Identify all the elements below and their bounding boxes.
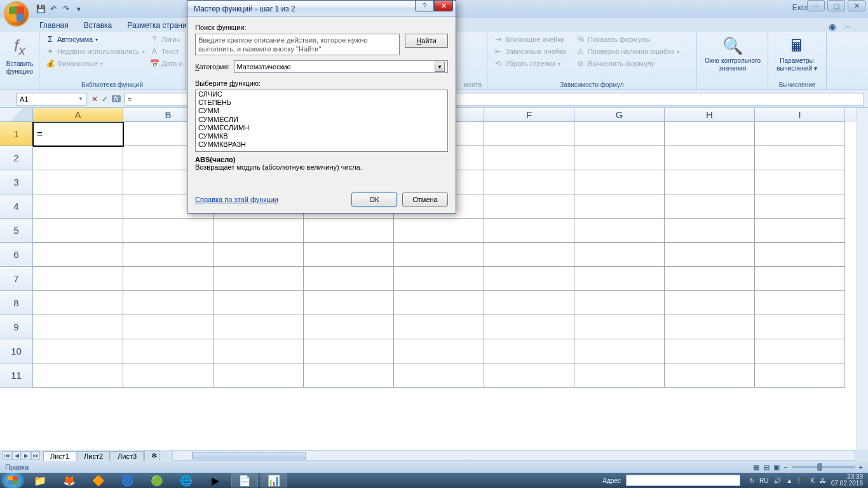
cell[interactable] (33, 339, 123, 363)
cell[interactable] (574, 194, 665, 219)
function-item[interactable]: СЛЧИС (196, 90, 447, 98)
cell[interactable] (484, 363, 574, 388)
horizontal-scrollbar[interactable] (172, 451, 855, 461)
cell[interactable] (755, 243, 845, 267)
cell[interactable] (665, 339, 755, 363)
cell[interactable] (665, 315, 755, 339)
cell[interactable] (33, 267, 123, 291)
cell[interactable] (123, 315, 214, 339)
show-formulas-button[interactable]: %Показать формулы (574, 34, 682, 45)
cell[interactable] (123, 243, 214, 267)
cell[interactable] (755, 194, 845, 219)
cell[interactable] (484, 267, 574, 291)
row-header-9[interactable]: 9 (0, 315, 33, 339)
function-item[interactable]: СУММЕСЛИ (196, 116, 447, 124)
cell[interactable] (214, 315, 304, 339)
nav-last-icon[interactable]: ⏭ (31, 451, 40, 460)
zoom-slider[interactable] (792, 466, 855, 468)
firefox-icon[interactable]: 🦊 (56, 473, 83, 487)
select-all-corner[interactable] (0, 108, 33, 122)
vertical-scrollbar[interactable] (857, 108, 868, 450)
chrome-icon[interactable]: 🌐 (173, 473, 200, 487)
nav-first-icon[interactable]: ⏮ (3, 451, 11, 460)
view-layout-icon[interactable]: ▤ (763, 463, 770, 471)
function-item[interactable]: СТЕПЕНЬ (196, 98, 447, 107)
col-header-I[interactable]: I (755, 108, 845, 122)
cell-A1[interactable]: = (33, 122, 123, 146)
cell[interactable] (665, 122, 755, 146)
start-button[interactable] (1, 473, 24, 488)
cell[interactable] (755, 122, 845, 146)
redo-icon[interactable]: ↷ (61, 4, 71, 14)
cell[interactable] (484, 146, 574, 170)
cell[interactable] (755, 267, 845, 291)
cell[interactable] (665, 243, 755, 267)
close-button[interactable]: ✕ (848, 0, 865, 11)
fx-button[interactable]: fx (112, 95, 121, 102)
evaluate-formula-button[interactable]: ⊘Вычислить формулу (574, 58, 682, 69)
cell[interactable] (304, 363, 394, 388)
cell[interactable] (755, 291, 845, 315)
flag-icon[interactable]: 🏴 (797, 477, 805, 484)
cell[interactable] (484, 194, 574, 219)
row-header-1[interactable]: 1 (0, 122, 33, 146)
media-player-icon[interactable]: ▶ (202, 473, 229, 487)
col-header-G[interactable]: G (574, 108, 665, 122)
remove-arrows-button[interactable]: ⟲Убрать стрелки ▾ (491, 58, 569, 69)
cell[interactable] (394, 315, 484, 339)
qat-dropdown-icon[interactable]: ▾ (74, 4, 84, 14)
row-header-6[interactable]: 6 (0, 243, 33, 267)
ccleaner-icon[interactable]: 🌀 (114, 473, 141, 487)
language-indicator[interactable]: RU (759, 477, 768, 484)
cell[interactable] (484, 219, 574, 243)
aimp-icon[interactable]: 🔶 (85, 473, 112, 487)
cell[interactable] (394, 219, 484, 243)
cell[interactable] (394, 267, 484, 291)
cell[interactable] (304, 267, 394, 291)
nav-next-icon[interactable]: ▶ (22, 451, 31, 460)
explorer-icon[interactable]: 📁 (27, 473, 53, 487)
cell[interactable] (123, 363, 214, 388)
cancel-formula-icon[interactable]: ✕ (92, 95, 98, 104)
cell[interactable] (574, 315, 665, 339)
cell[interactable] (394, 363, 484, 388)
cell[interactable] (574, 291, 665, 315)
sheet-tab-2[interactable]: Лист2 (77, 451, 110, 461)
office-button[interactable] (4, 1, 29, 27)
function-help-link[interactable]: Справка по этой функции (195, 196, 278, 203)
utorrent-icon[interactable]: 🟢 (144, 473, 170, 487)
cell[interactable] (574, 170, 665, 194)
enter-formula-icon[interactable]: ✓ (102, 95, 108, 104)
cell[interactable] (484, 170, 574, 194)
date-button[interactable]: 📅Дата и (147, 58, 186, 69)
row-header-3[interactable]: 3 (0, 170, 33, 194)
calc-options-button[interactable]: 🖩 Параметрывычислений ▾ (772, 34, 822, 75)
dialog-title-bar[interactable]: Мастер функций - шаг 1 из 2 ? ✕ (187, 1, 456, 17)
zoom-out-icon[interactable]: − (783, 463, 787, 471)
cell[interactable] (304, 219, 394, 243)
cell[interactable] (665, 194, 755, 219)
cell[interactable] (755, 170, 845, 194)
row-header-4[interactable]: 4 (0, 194, 33, 219)
volume-icon[interactable]: 🔊 (773, 477, 781, 484)
col-header-A[interactable]: A (33, 108, 123, 122)
cell[interactable] (33, 315, 123, 339)
cell[interactable] (665, 219, 755, 243)
antivirus-icon[interactable]: K (810, 477, 815, 484)
cell[interactable] (755, 339, 845, 363)
cell[interactable] (33, 243, 123, 267)
chevron-down-icon[interactable]: ▼ (435, 62, 445, 72)
cell[interactable] (484, 122, 574, 146)
function-item[interactable]: СУММКВ (196, 132, 447, 140)
function-item[interactable]: СУММКВРАЗН (196, 140, 447, 149)
row-header-2[interactable]: 2 (0, 146, 33, 170)
cell[interactable] (304, 291, 394, 315)
cell[interactable] (304, 339, 394, 363)
cell[interactable] (755, 315, 845, 339)
cell[interactable] (33, 170, 123, 194)
row-header-10[interactable]: 10 (0, 339, 33, 363)
address-input[interactable] (626, 475, 740, 486)
trace-dependents-button[interactable]: ⇤Зависимые ячейки (491, 46, 569, 57)
col-header-H[interactable]: H (665, 108, 755, 122)
help-icon[interactable]: ◉ (829, 22, 836, 32)
